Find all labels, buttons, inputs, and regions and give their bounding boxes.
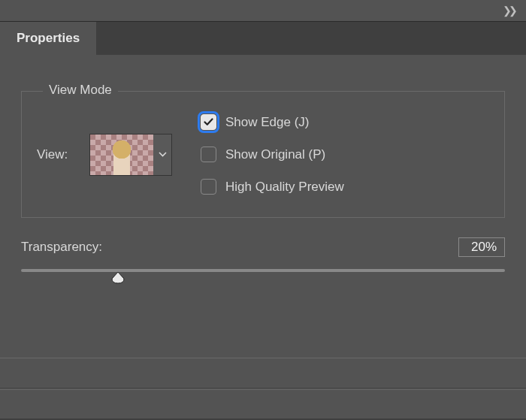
divider xyxy=(0,358,526,358)
panel-content: View Mode View: Show Edge (J) xyxy=(0,55,526,418)
slider-handle[interactable] xyxy=(110,271,125,284)
show-edge-label: Show Edge (J) xyxy=(225,115,310,130)
high-quality-row: High Quality Preview xyxy=(201,179,344,195)
transparency-value-input[interactable]: 20% xyxy=(458,237,505,257)
view-mode-checkboxes: Show Edge (J) Show Original (P) High Qua… xyxy=(201,114,344,195)
view-label: View: xyxy=(37,147,78,162)
view-thumbnail xyxy=(90,134,153,175)
chevron-down-icon xyxy=(159,152,167,157)
panel-area: Properties View Mode View: xyxy=(0,21,526,420)
expand-icon[interactable]: ❯❯ xyxy=(503,5,515,17)
view-dropdown-button[interactable] xyxy=(153,134,171,175)
view-mode-legend: View Mode xyxy=(43,83,118,98)
slider-handle-icon xyxy=(110,271,125,284)
slider-track xyxy=(21,269,505,272)
tab-properties[interactable]: Properties xyxy=(0,22,96,55)
divider xyxy=(0,389,526,390)
transparency-slider[interactable] xyxy=(21,269,505,287)
transparency-row: Transparency: 20% xyxy=(21,237,505,257)
divider xyxy=(0,388,526,388)
checkmark-icon xyxy=(204,118,213,126)
panel-top-bar: ❯❯ xyxy=(0,0,526,21)
show-original-label: Show Original (P) xyxy=(225,147,325,162)
tab-strip: Properties xyxy=(0,22,526,55)
view-mode-group: View Mode View: Show Edge (J) xyxy=(21,91,505,218)
show-original-checkbox[interactable] xyxy=(201,147,216,162)
show-edge-row: Show Edge (J) xyxy=(201,114,344,130)
show-edge-checkbox[interactable] xyxy=(201,114,216,130)
transparency-label: Transparency: xyxy=(21,240,102,255)
show-original-row: Show Original (P) xyxy=(201,147,344,162)
high-quality-label: High Quality Preview xyxy=(225,180,344,195)
view-thumbnail-selector[interactable] xyxy=(89,134,172,176)
tab-strip-empty xyxy=(96,22,526,55)
view-row: View: Show Edge (J) xyxy=(37,114,489,195)
high-quality-checkbox[interactable] xyxy=(201,179,216,195)
